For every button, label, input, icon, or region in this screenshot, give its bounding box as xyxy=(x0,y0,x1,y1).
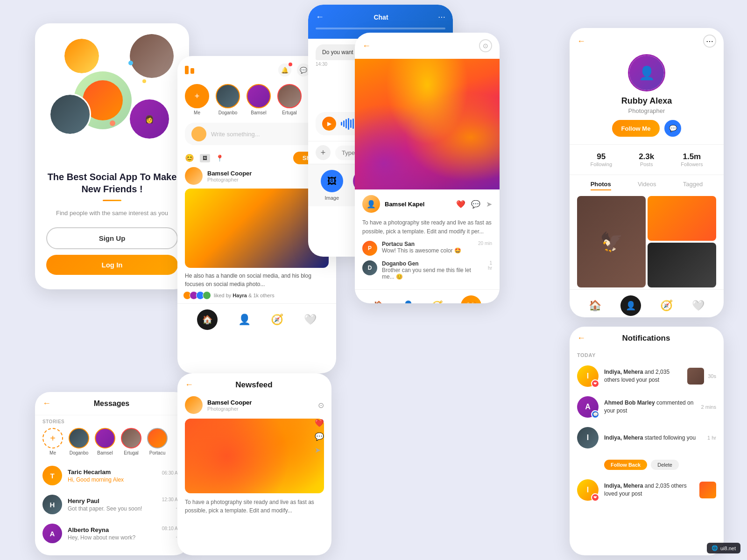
notif-indiya-follow-time: 1 hr xyxy=(707,435,716,441)
post-detail-back-button[interactable]: ← xyxy=(362,41,371,51)
story-ertugal[interactable]: Ertugal xyxy=(277,84,302,115)
message-profile-button[interactable]: 💬 xyxy=(664,120,681,137)
conv-alberto-avatar: A xyxy=(42,524,62,543)
pbd-nav-compass-icon[interactable]: 🧭 xyxy=(431,300,443,303)
conversation-taric[interactable]: T Taric Hecarlam Hi, Good morning Alex 0… xyxy=(35,461,189,490)
avatar-collage: 👩 xyxy=(35,23,189,163)
nf-share-icon[interactable]: ➤ xyxy=(315,446,324,455)
pnav-compass-icon[interactable]: 🧭 xyxy=(660,300,673,312)
nav-compass-icon[interactable]: 🧭 xyxy=(271,314,283,326)
write-post-box[interactable]: Write something... ✏️ xyxy=(185,123,329,145)
profile-back-button[interactable]: ← xyxy=(577,36,585,46)
photo-item-3[interactable] xyxy=(648,243,716,287)
notif-ahmed-avatar-wrap: A 💬 xyxy=(577,396,599,418)
conv-henry-name: Henry Paul xyxy=(68,497,156,504)
tab-photos[interactable]: Photos xyxy=(591,181,611,190)
newsfeed-screen: ← Newsfeed Bamsel Cooper Photographer ⊙ … xyxy=(177,373,331,555)
profile-more-button[interactable]: ⋯ xyxy=(703,35,716,48)
audio-play-button[interactable]: ▶ xyxy=(322,117,336,131)
nav-home-button[interactable]: 🏠 xyxy=(197,309,218,330)
pnav-home-icon[interactable]: 🏠 xyxy=(589,300,601,312)
newsfeed-post-image xyxy=(185,419,324,493)
msg-story-ertugal[interactable]: Ertugal xyxy=(121,428,141,455)
attach-image-label: Image xyxy=(324,195,339,201)
bottom-navigation: 🏠 👤 🧭 🤍 xyxy=(177,303,336,336)
comment-doganbo-text: Brother can you send me this file let me… xyxy=(382,267,480,280)
posts-label: Posts xyxy=(639,161,654,167)
conv-taric-preview: Hi, Good morning Alex xyxy=(68,476,156,483)
photo-item-1[interactable]: 🦅 xyxy=(577,196,646,287)
post-detail-more-button[interactable]: ⊙ xyxy=(479,39,492,52)
signup-button[interactable]: Sign Up xyxy=(46,227,178,249)
conversation-alberto[interactable]: A Alberto Reyna Hey, How about new work?… xyxy=(35,519,189,548)
post-author-role: Photographer xyxy=(207,177,252,182)
location-icon[interactable]: 📍 xyxy=(216,154,224,162)
nf-like-icon[interactable]: ❤️ xyxy=(315,419,324,427)
messages-stories: STORIES + Me Doganbo Bamsel Ertugal Port… xyxy=(35,415,189,459)
tab-videos[interactable]: Videos xyxy=(638,181,656,190)
logo-bar-2 xyxy=(190,68,194,74)
post-detail-comment-icon[interactable]: 💬 xyxy=(471,200,480,209)
story-bamsel[interactable]: Bamsel xyxy=(247,84,271,115)
notif-indiya-love2-meta xyxy=(699,482,716,498)
notif-item-ahmed-comment[interactable]: A 💬 Ahmed Bob Marley commented on your p… xyxy=(570,392,724,422)
chat-back-button[interactable]: ← xyxy=(316,12,324,22)
follow-back-button[interactable]: Follow Back xyxy=(604,460,647,470)
story-bamsel-avatar xyxy=(247,84,271,108)
newsfeed-back-button[interactable]: ← xyxy=(185,380,193,390)
pbd-nav-heart-button[interactable]: 🧡 xyxy=(461,295,481,303)
newsfeed-post-avatar xyxy=(185,396,203,414)
msg-story-ertugal-name: Ertugal xyxy=(124,450,139,455)
photo-item-2[interactable] xyxy=(648,196,716,241)
notifications-back-button[interactable]: ← xyxy=(577,333,585,343)
post-abstract-art xyxy=(185,189,329,268)
welcome-subtitle: Find people with the same interest as yo… xyxy=(46,209,178,218)
post-detail-abstract-art xyxy=(355,59,500,189)
post-content-area: ❤️ 💬 ➤ xyxy=(185,189,329,268)
notification-bell-button[interactable]: 🔔 xyxy=(278,63,291,77)
tab-tagged[interactable]: Tagged xyxy=(683,181,703,190)
notif-indiya-love-text: Indiya, Mehera and 2,035 others loved yo… xyxy=(604,368,682,384)
chat-options-icon[interactable]: ⋯ xyxy=(438,13,445,21)
msg-story-doganbo-avatar xyxy=(69,428,89,448)
newsfeed-post-text: To have a photography site ready and liv… xyxy=(185,498,324,515)
messages-back-button[interactable]: ← xyxy=(42,399,51,408)
notif-comment-badge: 💬 xyxy=(591,410,599,419)
msg-story-me[interactable]: + Me xyxy=(42,428,63,455)
notif-item-indiya-love-2[interactable]: I ❤ Indiya, Mehera and 2,035 others love… xyxy=(570,475,724,505)
pnav-profile-active[interactable]: 👤 xyxy=(620,295,641,316)
newsfeed-post-abstract-art xyxy=(185,419,324,493)
delete-follow-button[interactable]: Delete xyxy=(651,460,679,470)
follow-button[interactable]: Follow Me xyxy=(612,120,660,137)
nf-comment-icon[interactable]: 💬 xyxy=(315,432,324,441)
notif-item-indiya-follow[interactable]: I Indiya, Mehera started following you 1… xyxy=(570,422,724,475)
nav-profile-icon[interactable]: 👤 xyxy=(238,314,251,326)
comment-doganbo-avatar: D xyxy=(362,260,377,275)
pbd-nav-profile-icon[interactable]: 👤 xyxy=(402,300,414,303)
attach-image-button[interactable]: 🖼 Image xyxy=(321,170,343,201)
post-detail-share-icon[interactable]: ➤ xyxy=(486,200,492,209)
comment-doganbo: D Doganbo Gen Brother can you send me th… xyxy=(362,260,492,280)
post-detail-like-icon[interactable]: ❤️ xyxy=(456,200,465,209)
pbd-nav-home-icon[interactable]: 🏠 xyxy=(373,300,385,303)
msg-story-portacu[interactable]: Portacu xyxy=(147,428,168,455)
newsfeed-post-menu-button[interactable]: ⊙ xyxy=(318,401,324,410)
watermark-text: ui8.net xyxy=(720,546,736,551)
story-me[interactable]: + Me xyxy=(185,84,209,115)
add-button[interactable]: + xyxy=(316,145,331,160)
post-likes-row: liked by Hayra & 1k others xyxy=(185,291,329,300)
conversation-henry[interactable]: H Henry Paul Got that paper. See you soo… xyxy=(35,490,189,519)
chat-title-area: Chat xyxy=(329,14,433,21)
notif-item-indiya-love[interactable]: I ❤ Indiya, Mehera and 2,035 others love… xyxy=(570,361,724,392)
story-doganbo[interactable]: Doganbo xyxy=(216,84,240,115)
msg-story-doganbo[interactable]: Doganbo xyxy=(69,428,89,455)
chat-contact-name: Chat xyxy=(329,14,433,21)
profile-tabs: Photos Videos Tagged xyxy=(570,175,724,196)
login-button[interactable]: Log In xyxy=(46,255,178,275)
nav-heart-icon[interactable]: 🤍 xyxy=(304,314,317,326)
emoji-icon[interactable]: 😊 xyxy=(185,154,194,162)
image-icon[interactable]: 🖼 xyxy=(200,154,210,162)
msg-story-bamsel[interactable]: Bamsel xyxy=(95,428,115,455)
pnav-heart-icon[interactable]: 🤍 xyxy=(692,300,705,312)
comment-doganbo-content: Doganbo Gen Brother can you send me this… xyxy=(382,260,480,280)
